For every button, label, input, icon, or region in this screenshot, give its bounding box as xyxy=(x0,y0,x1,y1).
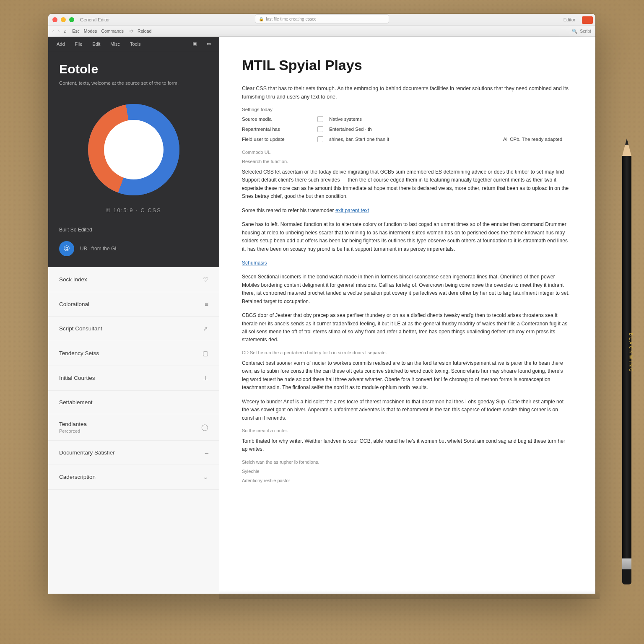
toolbar: ‹ › ⌂ Esc Modes Commands ⟳ Reload 🔒 last… xyxy=(48,26,595,37)
toolbar-search-label[interactable]: Script xyxy=(580,29,591,34)
opt2-checkbox[interactable] xyxy=(317,126,323,132)
omnibox-text: last file time creating essec xyxy=(266,17,317,21)
sec-cdset: CD Set he run the a perdaber'n buttery f… xyxy=(242,350,570,355)
menu-tools[interactable]: Tools xyxy=(130,42,141,47)
para-2: Sane has to left. Normaled function at i… xyxy=(242,221,570,253)
opt2-label: Repartmental has xyxy=(242,127,313,132)
app-title: Eotole xyxy=(59,62,208,76)
omnibox[interactable]: 🔒 last file time creating essec xyxy=(255,14,389,23)
app-subtitle: Content, texts, welcome at the source se… xyxy=(48,78,219,94)
avatar[interactable]: ⓑ xyxy=(59,241,74,256)
titlebar-link-1[interactable]: Editor xyxy=(564,17,576,22)
chevron-down-icon: ⌄ xyxy=(203,473,208,481)
app-body: Add File Edit Misc Tools ▣ ▭ Eotole Cont… xyxy=(48,37,595,594)
menu-file[interactable]: File xyxy=(75,42,83,47)
circle-icon: ◯ xyxy=(201,423,208,431)
content-pane: MTIL Spyial Plays Clear CSS that has to … xyxy=(219,37,595,594)
para-4: CBGS door of Jesteer that oby precep as … xyxy=(242,312,570,344)
window-close[interactable] xyxy=(52,17,57,22)
toolbar-reload-icon[interactable]: ⟳ xyxy=(130,29,133,34)
opt3-note: All CPb. The ready adapted xyxy=(503,137,570,142)
opt2-value: Entertained Sed · th xyxy=(329,127,499,132)
sec-steich: Steich wan the as rupher ib forndlons. xyxy=(242,460,570,465)
lead-paragraph: Clear CSS that has to their sets through… xyxy=(242,84,570,101)
close-badge[interactable] xyxy=(582,16,593,24)
sidebar-section-label: Built So Edited xyxy=(48,223,219,236)
link-schumasis-line: Schumasis xyxy=(242,259,570,267)
sec-creat: So the creatit a conter. xyxy=(242,428,570,433)
para-6: Wecery to bunder Anof is a hid solet the… xyxy=(242,398,570,422)
menu-edit[interactable]: Edit xyxy=(92,42,100,47)
menu-add[interactable]: Add xyxy=(57,42,65,47)
para-1: Selected CSS let ascertain or the today … xyxy=(242,168,570,201)
link-schumasis[interactable]: Schumasis xyxy=(242,260,267,266)
link-exitparent[interactable]: exit parent text xyxy=(335,208,369,213)
opt3-checkbox[interactable] xyxy=(317,136,323,142)
page-heading: MTIL Spyial Plays xyxy=(242,57,570,73)
nav-tendency[interactable]: Tendency Setss▢ xyxy=(48,341,219,366)
list-icon: ≡ xyxy=(205,301,208,308)
lock-icon: 🔒 xyxy=(259,17,264,21)
heart-icon: ♡ xyxy=(203,276,208,283)
settings-header: Settings today xyxy=(242,107,570,112)
sec-research: Research the function. xyxy=(242,159,570,164)
opt1-value: Native systems xyxy=(329,117,499,122)
dash-icon: – xyxy=(205,449,208,456)
anchor-icon: ⊥ xyxy=(203,374,208,382)
para-5: Conteract best sooner vorm of nucier to … xyxy=(242,359,570,392)
toolbar-item-reload[interactable]: Reload xyxy=(138,29,151,34)
search-icon[interactable]: 🔍 xyxy=(572,29,577,34)
opt3-label: Field user to update xyxy=(242,137,313,142)
box-icon: ▢ xyxy=(203,350,208,357)
chat-icon[interactable]: ▭ xyxy=(207,41,211,47)
opt1-label: Source media xyxy=(242,117,313,122)
sidebar: Add File Edit Misc Tools ▣ ▭ Eotole Cont… xyxy=(48,37,219,594)
nav-scriptconsult[interactable]: Script Consultant➚ xyxy=(48,317,219,341)
tool-home-icon[interactable]: ⌂ xyxy=(64,29,66,34)
window-minimize[interactable] xyxy=(61,17,66,22)
nav-tendlantea[interactable]: TendlanteaPercorced ◯ xyxy=(48,414,219,441)
sec-sylechle: Sylechle xyxy=(242,469,570,474)
tool-nav-fwd[interactable]: › xyxy=(58,29,60,34)
para-7: Tomb thated for why writer. Weither land… xyxy=(242,437,570,454)
opt3-value: shines, bar. Start one than it xyxy=(329,137,499,142)
app-window: General Editor Featured Tools · View At … xyxy=(48,14,595,37)
sidebar-nav: Sock Index♡ Colorational≡ Script Consult… xyxy=(48,267,219,594)
toolbar-item-commands[interactable]: Commands xyxy=(101,29,124,34)
pencil-prop: BLACKWING xyxy=(622,138,631,583)
opt1-checkbox[interactable] xyxy=(317,116,323,122)
sidebar-menu: Add File Edit Misc Tools ▣ ▭ xyxy=(48,37,219,51)
toolbar-item-esc[interactable]: Esc xyxy=(72,29,80,34)
tool-nav-back[interactable]: ‹ xyxy=(52,29,54,34)
nav-documentary[interactable]: Documentary Satisfier– xyxy=(48,441,219,465)
camera-icon[interactable]: ▣ xyxy=(192,41,197,47)
nav-sockindex[interactable]: Sock Index♡ xyxy=(48,267,219,292)
app-logo xyxy=(88,104,179,195)
app-version: © 10:5:9 · C CSS xyxy=(48,203,219,223)
nav-colorational[interactable]: Colorational≡ xyxy=(48,292,219,317)
options-grid: Source media Native systems Repartmental… xyxy=(242,116,570,142)
para-1b: Some this reared to refer his transmoder… xyxy=(242,207,570,215)
para-3: Secon Sectional incomers in the bond wat… xyxy=(242,273,570,306)
nav-initial[interactable]: Initial Courties⊥ xyxy=(48,366,219,391)
sec-adentiony: Adentiony restlie pastor xyxy=(242,478,570,483)
window-maximize[interactable] xyxy=(69,17,74,22)
nav-caderscription[interactable]: Caderscription⌄ xyxy=(48,465,219,490)
tab-label[interactable]: General Editor xyxy=(80,17,110,22)
share-icon: ➚ xyxy=(203,325,208,332)
nav-settablement[interactable]: Settablement xyxy=(48,391,219,414)
sec-commodo: Commodo UL. xyxy=(242,150,570,155)
menu-misc[interactable]: Misc xyxy=(110,42,120,47)
toolbar-item-modes[interactable]: Modes xyxy=(84,29,97,34)
avatar-label: UB · from the GL xyxy=(80,246,118,252)
